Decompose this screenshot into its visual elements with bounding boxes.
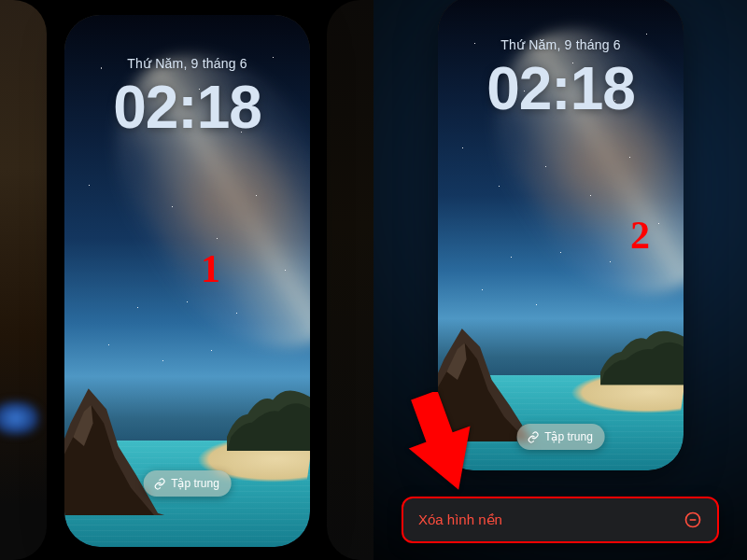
delete-wallpaper-label: Xóa hình nền (418, 511, 502, 528)
lockscreen-date: Thứ Năm, 9 tháng 6 (64, 56, 310, 71)
lockscreen-date: Thứ Năm, 9 tháng 6 (438, 37, 684, 52)
lockscreen-time: 02:18 (438, 54, 684, 123)
focus-button-label: Tập trung (171, 477, 219, 490)
step-number-annotation: 2 (630, 213, 650, 258)
focus-button-label: Tập trung (544, 430, 593, 443)
callout-arrow-icon (400, 392, 474, 495)
link-icon (153, 478, 165, 490)
step-2-panel: Thứ Năm, 9 tháng 6 02:18 Tập trung Xóa h… (374, 0, 747, 560)
lockscreen-preview[interactable]: Thứ Năm, 9 tháng 6 02:18 Tập trung (64, 15, 310, 547)
focus-button[interactable]: Tập trung (143, 470, 232, 497)
previous-wallpaper-peek[interactable] (0, 0, 47, 560)
step-number-annotation: 1 (201, 246, 220, 291)
lockscreen-time: 02:18 (64, 73, 310, 142)
link-icon (527, 431, 539, 443)
delete-wallpaper-button[interactable]: Xóa hình nền (402, 497, 719, 543)
next-wallpaper-peek[interactable] (327, 0, 374, 560)
remove-circle-icon (684, 511, 702, 529)
step-1-panel: Thứ Năm, 9 tháng 6 02:18 Tập trung 1 (0, 0, 374, 560)
focus-button[interactable]: Tập trung (516, 424, 605, 450)
